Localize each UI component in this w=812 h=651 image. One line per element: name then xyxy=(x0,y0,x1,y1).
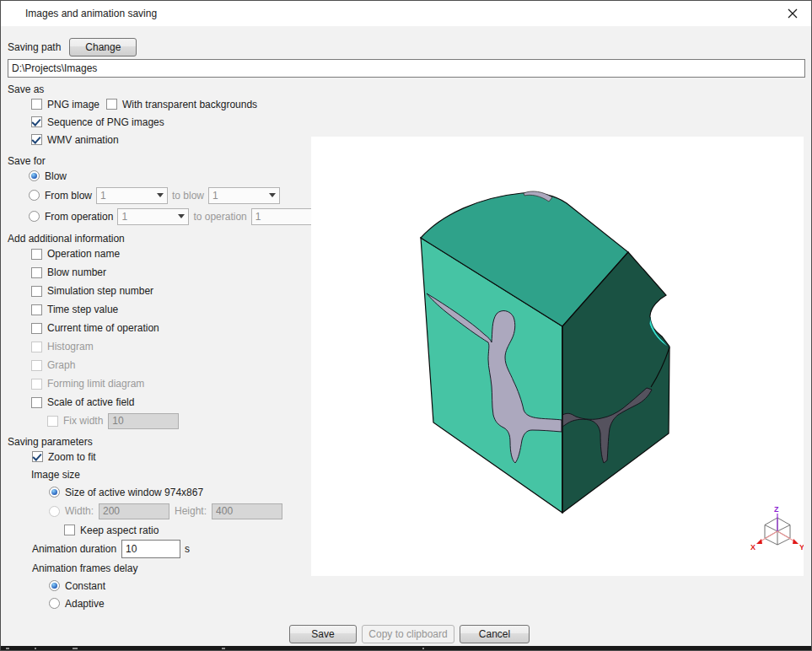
chevron-down-icon xyxy=(157,193,164,197)
checkbox-png-image[interactable] xyxy=(31,99,42,110)
time-step-label[interactable]: Time step value xyxy=(47,304,118,315)
from-operation-dropdown: 1 xyxy=(117,208,189,225)
copy-to-clipboard-button: Copy to clipboard xyxy=(362,625,454,643)
scale-label[interactable]: Scale of active field xyxy=(47,396,134,408)
path-input-row xyxy=(8,59,806,78)
image-size-label: Image size xyxy=(31,469,80,481)
title-bar: Images and animation saving xyxy=(1,1,811,26)
sequence-png-row: Sequence of PNG images xyxy=(8,113,806,131)
axis-x-label: X xyxy=(750,543,756,551)
png-image-label[interactable]: PNG image xyxy=(47,99,99,110)
adaptive-row: Adaptive xyxy=(8,595,806,612)
saving-path-label: Saving path xyxy=(8,41,61,53)
animation-duration-input[interactable] xyxy=(121,540,180,558)
checkbox-keep-aspect-ratio[interactable] xyxy=(64,525,75,535)
axis-triad-icon: Z X Y xyxy=(750,505,804,551)
from-blow-label[interactable]: From blow xyxy=(45,190,92,202)
checkbox-time-step[interactable] xyxy=(31,304,42,315)
fix-width-input xyxy=(108,413,179,429)
duration-unit-label: s xyxy=(185,543,190,555)
chevron-down-icon xyxy=(269,193,276,197)
transparent-bg-label[interactable]: With transparent backgrounds xyxy=(122,99,257,110)
width-label: Width: xyxy=(65,505,94,517)
histogram-label: Histogram xyxy=(47,341,94,352)
to-blow-label: to blow xyxy=(172,190,204,202)
axis-z-label: Z xyxy=(774,505,779,514)
save-as-header: Save as xyxy=(8,84,806,95)
close-icon xyxy=(788,8,798,19)
constant-label[interactable]: Constant xyxy=(65,580,105,592)
checkbox-scale-active-field[interactable] xyxy=(31,397,42,408)
checkbox-operation-name[interactable] xyxy=(31,249,42,260)
radio-custom-size[interactable] xyxy=(49,506,60,517)
graph-label: Graph xyxy=(47,359,75,371)
to-blow-dropdown: 1 xyxy=(208,187,280,204)
radio-from-blow[interactable] xyxy=(29,190,40,201)
checkbox-wmv-animation[interactable] xyxy=(31,134,42,145)
checkbox-current-time[interactable] xyxy=(31,323,42,334)
height-input xyxy=(212,503,282,519)
active-window-label[interactable]: Size of active window 974x867 xyxy=(65,487,203,498)
close-button[interactable] xyxy=(781,3,804,24)
png-image-row: PNG image With transparent backgrounds xyxy=(8,95,806,113)
change-path-button[interactable]: Change xyxy=(69,38,137,56)
radio-adaptive[interactable] xyxy=(49,598,60,609)
current-time-label[interactable]: Current time of operation xyxy=(47,322,159,334)
sim-step-label[interactable]: Simulation step number xyxy=(47,285,153,297)
dialog-window: Images and animation saving Saving path … xyxy=(0,0,812,651)
from-blow-value: 1 xyxy=(100,190,157,202)
wmv-animation-label[interactable]: WMV animation xyxy=(47,134,119,146)
checkbox-sim-step[interactable] xyxy=(31,286,42,297)
height-label: Height: xyxy=(175,505,207,517)
keep-aspect-label[interactable]: Keep aspect ratio xyxy=(80,525,159,536)
blow-label[interactable]: Blow xyxy=(45,170,67,182)
background-app-strip xyxy=(1,646,811,651)
preview-panel: Z X Y xyxy=(311,137,804,576)
window-title: Images and animation saving xyxy=(1,8,157,19)
checkbox-transparent-bg[interactable] xyxy=(106,99,117,110)
to-operation-label: to operation xyxy=(193,211,246,223)
preview-3d-image: Z X Y xyxy=(311,137,804,576)
footer-buttons: Save Copy to clipboard Cancel xyxy=(289,625,530,643)
to-blow-value: 1 xyxy=(212,190,269,202)
saving-path-row: Saving path Change xyxy=(8,38,806,56)
adaptive-label[interactable]: Adaptive xyxy=(65,598,105,610)
operation-name-label[interactable]: Operation name xyxy=(47,248,120,260)
animation-duration-label: Animation duration xyxy=(32,543,116,555)
zoom-to-fit-label[interactable]: Zoom to fit xyxy=(48,451,96,463)
checkbox-zoom-to-fit[interactable] xyxy=(32,451,43,462)
fix-width-label: Fix width xyxy=(63,415,103,427)
sequence-png-label[interactable]: Sequence of PNG images xyxy=(47,116,164,128)
constant-row: Constant xyxy=(8,577,806,595)
cancel-button[interactable]: Cancel xyxy=(460,625,530,643)
chevron-down-icon xyxy=(178,214,185,218)
frames-delay-label: Animation frames delay xyxy=(32,562,137,574)
save-button[interactable]: Save xyxy=(289,625,357,643)
radio-active-window-size[interactable] xyxy=(49,487,60,498)
checkbox-blow-number[interactable] xyxy=(31,267,42,278)
radio-blow[interactable] xyxy=(29,170,40,181)
checkbox-graph xyxy=(31,360,42,371)
radio-constant[interactable] xyxy=(49,580,60,591)
blow-number-label[interactable]: Blow number xyxy=(47,266,106,278)
checkbox-sequence-png[interactable] xyxy=(31,116,42,127)
saving-path-input[interactable] xyxy=(8,59,805,78)
fld-label: Forming limit diagram xyxy=(47,378,144,390)
from-operation-label[interactable]: From operation xyxy=(45,211,113,223)
checkbox-histogram xyxy=(31,342,42,352)
checkbox-fix-width xyxy=(47,416,58,427)
radio-from-operation[interactable] xyxy=(29,211,40,222)
checkbox-fld xyxy=(31,379,42,390)
to-operation-value: 1 xyxy=(255,211,312,223)
from-operation-value: 1 xyxy=(121,211,178,223)
axis-y-label: Y xyxy=(799,543,804,551)
from-blow-dropdown: 1 xyxy=(96,187,168,204)
width-input xyxy=(99,503,169,519)
